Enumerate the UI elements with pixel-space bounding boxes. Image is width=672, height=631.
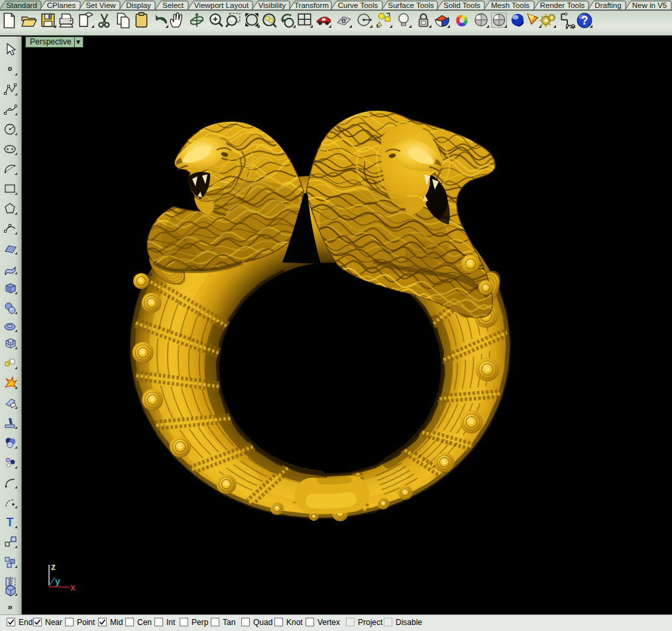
svg-text:Drafting: Drafting xyxy=(594,1,621,9)
svg-text:Set View: Set View xyxy=(85,1,116,9)
svg-text:Select: Select xyxy=(162,1,184,9)
svg-text:T: T xyxy=(7,516,14,529)
svg-text:Solid Tools: Solid Tools xyxy=(443,1,480,9)
svg-text:Render Tools: Render Tools xyxy=(540,1,585,9)
svg-text:Mesh Tools: Mesh Tools xyxy=(491,1,530,9)
svg-text:Transform: Transform xyxy=(294,1,329,9)
svg-text:Standard: Standard xyxy=(6,1,37,9)
svg-text:Curve Tools: Curve Tools xyxy=(338,1,378,9)
svg-text:»: » xyxy=(7,602,12,612)
svg-text:Visibility: Visibility xyxy=(258,1,286,9)
svg-text:y: y xyxy=(55,576,60,587)
svg-text:Viewport Layout: Viewport Layout xyxy=(194,1,249,9)
svg-text:z: z xyxy=(51,561,56,572)
svg-text:Display: Display xyxy=(126,1,151,9)
svg-text:CPlanes: CPlanes xyxy=(47,1,76,9)
svg-text:x: x xyxy=(70,582,76,593)
svg-text:Surface Tools: Surface Tools xyxy=(388,1,434,9)
svg-text:?: ? xyxy=(581,14,588,27)
svg-text:New in V5: New in V5 xyxy=(632,1,667,9)
